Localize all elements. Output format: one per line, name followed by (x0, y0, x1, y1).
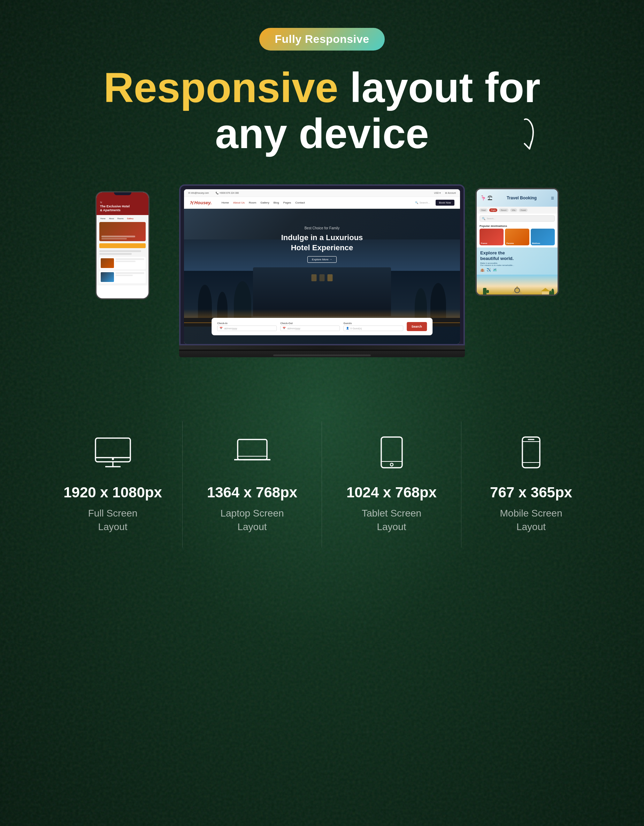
tablet-search-placeholder: Search... (487, 217, 495, 220)
phone-card1-line2 (115, 261, 135, 262)
tablet-tabs: Hotel Flight Resort Villa Hostel (477, 206, 557, 214)
search-button[interactable]: Search (407, 322, 427, 331)
nav-home[interactable]: Home (222, 201, 229, 204)
fully-responsive-badge: Fully Responsive (259, 28, 384, 51)
phone-card1-line1 (115, 258, 144, 260)
phone-text-block1 (99, 250, 141, 252)
icon-plane: ✈️ (486, 268, 491, 272)
search-icon: 🔍 (415, 201, 418, 204)
heading-yellow: Responsive (104, 64, 338, 111)
tree-right2 (549, 291, 551, 295)
calendar-icon: 📅 (220, 327, 223, 330)
tab-hotel[interactable]: Hotel (480, 208, 487, 212)
tablet-explore-sub: Make it accessible.Our mission is to mak… (480, 262, 554, 266)
tablet-header: 🦩 ⛱ Travel Booking ☰ (477, 189, 557, 206)
tablet-screen: 🦩 ⛱ Travel Booking ☰ Hotel Flight Resort… (477, 189, 557, 295)
tablet-search-icon: 🔍 (482, 217, 486, 220)
tablet-header-icons: 🦩 ⛱ (480, 195, 492, 201)
building-right (542, 291, 549, 295)
dest-label-2: Panama (506, 242, 514, 244)
icon-hotel: 🏨 (480, 268, 484, 272)
laptop-account: ⊕ Account (445, 192, 456, 194)
phone-body: 𝓗 The Exclusive Hotel& Apartments Home A… (96, 191, 149, 300)
tab-villa[interactable]: Villa (510, 208, 517, 212)
tablet-header-right: ☰ (551, 196, 554, 200)
phone-mockup: 𝓗 The Exclusive Hotel& Apartments Home A… (96, 191, 149, 300)
checkin-placeholder: dd/mm/yyyy (224, 327, 237, 330)
tablet-icon-row: 🏨 ✈️ 🗺️ (480, 268, 554, 272)
hero-title: Indulge in a LuxuriousHotel Experience (184, 233, 460, 253)
phone-notch (114, 193, 131, 195)
flamingo-icon: 🦩 (480, 195, 486, 201)
desktop-item: 1920 x 1080px Full ScreenLayout (43, 421, 183, 548)
tablet-search-bar[interactable]: 🔍 Search... (480, 215, 555, 222)
checkin-input[interactable]: 📅 dd/mm/yyyy (217, 326, 277, 331)
phone-nav-item: Home (99, 217, 107, 220)
tablet-mockup: 🦩 ⛱ Travel Booking ☰ Hotel Flight Resort… (475, 188, 559, 296)
phone-text-line2 (101, 238, 127, 239)
window2 (320, 274, 325, 281)
tree-right1 (551, 289, 554, 295)
tablet-explore: Explore thebeautiful world. Make it acce… (477, 247, 557, 275)
window3 (327, 274, 333, 281)
checkin-label: Check-In (217, 322, 277, 324)
umbrella-icon: ⛱ (487, 195, 492, 201)
phone-card2-line2 (115, 275, 133, 276)
phone-content: Home About Rooms Gallery (96, 215, 149, 286)
roof (541, 288, 550, 291)
person-icon: 👤 (346, 327, 349, 330)
tablet-resolution: 1024 x 768px (346, 484, 437, 501)
svg-point-10 (390, 463, 393, 466)
nav-about[interactable]: About Us (233, 201, 245, 204)
explore-button[interactable]: Explore More → (307, 256, 337, 263)
nav-room[interactable]: Room (249, 201, 256, 204)
nav-contact[interactable]: Contact (295, 201, 305, 204)
guests-input[interactable]: 👤 0 Guest(s) (344, 326, 403, 331)
badge-wrapper: Fully Responsive (259, 28, 384, 51)
mobile-item: 767 x 365px Mobile ScreenLayout (461, 421, 601, 548)
cactus-arm (486, 290, 489, 293)
laptop-foot (273, 354, 371, 356)
nav-blog[interactable]: Blog (273, 201, 279, 204)
heading-h1: Responsive layout forany device (104, 64, 540, 157)
desktop-label: Full ScreenLayout (88, 506, 138, 534)
dest-label-1: France (481, 242, 487, 244)
desktop-resolution: 1920 x 1080px (64, 484, 162, 501)
tablet-home-button[interactable] (514, 287, 520, 293)
tablet-popular-title: Popular destinations (477, 224, 557, 229)
phone-hotel-title: 𝓗 The Exclusive Hotel& Apartments (100, 201, 130, 212)
mobile-resolution: 767 x 365px (490, 484, 572, 501)
phone-text-block2 (99, 253, 132, 255)
tablet-item: 1024 x 768px Tablet ScreenLayout (322, 421, 461, 548)
phone-hero-img (99, 222, 146, 241)
tablet-explore-title: Explore thebeautiful world. (480, 250, 554, 261)
tab-flight[interactable]: Flight (489, 208, 497, 212)
laptop-nav-links: Home About Us Room Gallery Blog Pages Co… (222, 201, 305, 204)
laptop-search[interactable]: 🔍 Search... (415, 201, 430, 204)
laptop-item: 1364 x 768px Laptop ScreenLayout (183, 421, 322, 548)
phone-nav-active: Gallery (126, 217, 135, 220)
tab-hostel[interactable]: Hostel (519, 208, 528, 212)
laptop-resolution: 1364 x 768px (207, 484, 297, 501)
phone-card2 (99, 271, 146, 283)
icon-map: 🗺️ (493, 268, 497, 272)
devices-showcase: ✉ info@housey.com 📞 +6000 876 224 380 US… (78, 177, 566, 373)
mobile-icon (510, 435, 552, 470)
checkout-input[interactable]: 📅 dd/mm/yyyy (280, 326, 340, 331)
phone-cta-btn[interactable] (99, 243, 146, 248)
laptop-topbar: ✉ info@housey.com 📞 +6000 876 224 380 US… (184, 189, 460, 197)
phone-card2-img (101, 272, 114, 282)
laptop-mockup: ✉ info@housey.com 📞 +6000 876 224 380 US… (179, 184, 465, 357)
phone-card1-img (101, 258, 114, 268)
tablet-dest-3: Maldives (531, 229, 555, 245)
dest-label-3: Maldives (532, 242, 540, 244)
book-now-button[interactable]: Book Now (436, 200, 455, 206)
laptop-icon (231, 435, 273, 470)
laptop-bottom-plate (179, 351, 465, 357)
nav-gallery[interactable]: Gallery (260, 201, 269, 204)
nav-pages[interactable]: Pages (283, 201, 291, 204)
phone-nav: Home About Rooms Gallery (99, 217, 146, 220)
laptop-screen-container: ✉ info@housey.com 📞 +6000 876 224 380 US… (179, 184, 465, 345)
laptop-navbar: 𝓗 Housey. Home About Us Room Gallery Blo… (184, 197, 460, 209)
tab-resort[interactable]: Resort (499, 208, 508, 212)
